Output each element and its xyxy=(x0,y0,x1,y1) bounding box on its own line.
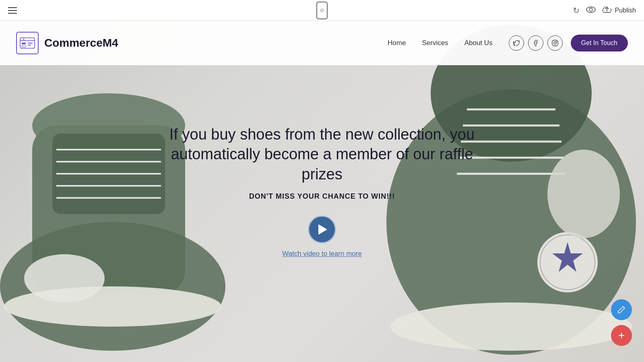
logo-icon xyxy=(16,32,39,54)
svg-rect-31 xyxy=(28,45,31,45)
hero-background: If you buy shoes from the new collection… xyxy=(0,21,644,362)
svg-rect-29 xyxy=(22,43,26,44)
svg-point-25 xyxy=(547,150,620,238)
nav-links: Home Services About Us xyxy=(388,39,492,47)
preview-eye-icon[interactable] xyxy=(586,6,596,15)
nav-home[interactable]: Home xyxy=(388,39,406,47)
facebook-icon[interactable] xyxy=(528,35,543,51)
hero-title: If you buy shoes from the new collection… xyxy=(165,125,479,184)
svg-rect-33 xyxy=(552,40,558,46)
social-icons xyxy=(509,35,563,51)
publish-button[interactable]: Publish xyxy=(602,6,636,15)
toolbar-left xyxy=(8,7,17,14)
website-wrapper: If you buy shoes from the new collection… xyxy=(0,21,644,362)
fab-edit-button[interactable] xyxy=(611,299,632,320)
mobile-preview-icon[interactable] xyxy=(316,2,328,19)
logo-area: CommerceM4 xyxy=(16,32,118,54)
svg-point-1 xyxy=(589,8,592,11)
site-header: CommerceM4 Home Services About Us xyxy=(0,21,644,65)
hamburger-menu-icon[interactable] xyxy=(8,7,17,14)
svg-point-34 xyxy=(554,42,556,44)
upload-cloud-icon xyxy=(602,6,612,15)
svg-rect-30 xyxy=(28,43,33,43)
twitter-icon[interactable] xyxy=(509,35,524,51)
toolbar-right: ↺ Publish xyxy=(573,6,636,15)
plus-icon: + xyxy=(618,329,625,342)
play-video-button[interactable] xyxy=(308,216,336,244)
nav-area: Home Services About Us xyxy=(388,35,628,51)
svg-point-35 xyxy=(556,41,557,42)
get-in-touch-button[interactable]: Get In Touch xyxy=(571,35,628,51)
hero-section: If you buy shoes from the new collection… xyxy=(0,21,644,362)
top-toolbar: ↺ Publish xyxy=(0,0,644,21)
svg-rect-32 xyxy=(22,45,26,47)
hero-subtitle: DON'T MISS YOUR CHANCE TO WIN!!! xyxy=(165,193,479,201)
play-btn-wrapper: Watch video to learn more xyxy=(165,216,479,258)
svg-point-13 xyxy=(24,254,105,302)
svg-point-21 xyxy=(390,302,632,351)
hero-content: If you buy shoes from the new collection… xyxy=(165,125,479,258)
instagram-icon[interactable] xyxy=(547,35,563,51)
nav-services[interactable]: Services xyxy=(422,39,448,47)
watch-video-link[interactable]: Watch video to learn more xyxy=(282,250,362,258)
site-logo-text: CommerceM4 xyxy=(44,37,118,49)
play-triangle-icon xyxy=(318,224,327,235)
fab-add-button[interactable]: + xyxy=(611,325,632,346)
undo-icon[interactable]: ↺ xyxy=(573,6,580,15)
fab-container: + xyxy=(611,299,632,346)
publish-label: Publish xyxy=(615,7,636,14)
toolbar-center xyxy=(316,2,328,19)
nav-about-us[interactable]: About Us xyxy=(464,39,493,47)
